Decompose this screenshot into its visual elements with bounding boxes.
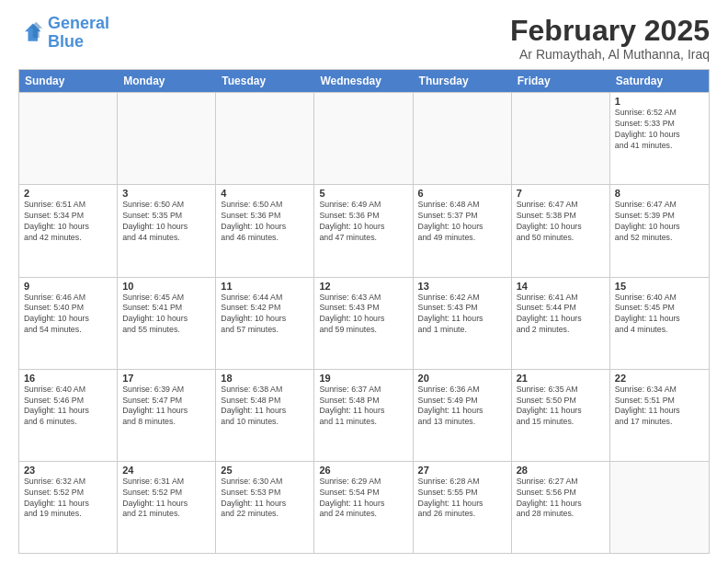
day-info: Sunrise: 6:52 AM Sunset: 5:33 PM Dayligh… [615,108,704,152]
day-info: Sunrise: 6:46 AM Sunset: 5:40 PM Dayligh… [24,293,112,337]
day-number: 11 [221,281,309,292]
header-cell-friday: Friday [512,70,610,92]
day-cell-18: 18Sunrise: 6:38 AM Sunset: 5:48 PM Dayli… [216,370,314,461]
day-cell-25: 25Sunrise: 6:30 AM Sunset: 5:53 PM Dayli… [216,462,314,553]
subtitle: Ar Rumaythah, Al Muthanna, Iraq [510,47,710,62]
calendar-row-4: 16Sunrise: 6:40 AM Sunset: 5:46 PM Dayli… [19,369,709,461]
day-cell-26: 26Sunrise: 6:29 AM Sunset: 5:54 PM Dayli… [314,462,413,553]
header-cell-monday: Monday [118,70,216,92]
day-cell-1: 1Sunrise: 6:52 AM Sunset: 5:33 PM Daylig… [610,93,709,184]
day-info: Sunrise: 6:43 AM Sunset: 5:43 PM Dayligh… [319,293,407,337]
day-info: Sunrise: 6:49 AM Sunset: 5:36 PM Dayligh… [319,200,407,244]
day-info: Sunrise: 6:50 AM Sunset: 5:35 PM Dayligh… [122,200,210,244]
day-number: 10 [122,281,210,292]
day-number: 18 [221,373,309,384]
day-cell-16: 16Sunrise: 6:40 AM Sunset: 5:46 PM Dayli… [19,370,118,461]
day-number: 22 [615,373,704,384]
day-info: Sunrise: 6:28 AM Sunset: 5:55 PM Dayligh… [418,477,506,521]
day-info: Sunrise: 6:35 AM Sunset: 5:50 PM Dayligh… [517,385,605,429]
day-number: 15 [615,281,704,292]
day-number: 23 [24,465,112,476]
day-info: Sunrise: 6:29 AM Sunset: 5:54 PM Dayligh… [319,477,407,521]
day-cell-3: 3Sunrise: 6:50 AM Sunset: 5:35 PM Daylig… [118,185,216,276]
day-number: 14 [517,281,605,292]
header-cell-saturday: Saturday [610,70,709,92]
logo: General Blue [18,15,109,52]
calendar-row-3: 9Sunrise: 6:46 AM Sunset: 5:40 PM Daylig… [19,277,709,369]
day-number: 19 [319,373,407,384]
header-cell-tuesday: Tuesday [216,70,314,92]
day-info: Sunrise: 6:40 AM Sunset: 5:46 PM Dayligh… [24,385,112,429]
day-info: Sunrise: 6:45 AM Sunset: 5:41 PM Dayligh… [122,293,210,337]
header: General Blue February 2025 Ar Rumaythah,… [18,15,710,62]
day-info: Sunrise: 6:48 AM Sunset: 5:37 PM Dayligh… [418,200,506,244]
day-cell-5: 5Sunrise: 6:49 AM Sunset: 5:36 PM Daylig… [314,185,413,276]
day-info: Sunrise: 6:47 AM Sunset: 5:38 PM Dayligh… [517,200,605,244]
calendar-row-5: 23Sunrise: 6:32 AM Sunset: 5:52 PM Dayli… [19,461,709,553]
day-number: 4 [221,188,309,199]
day-cell-15: 15Sunrise: 6:40 AM Sunset: 5:45 PM Dayli… [610,278,709,369]
day-cell-13: 13Sunrise: 6:42 AM Sunset: 5:43 PM Dayli… [414,278,512,369]
day-cell-4: 4Sunrise: 6:50 AM Sunset: 5:36 PM Daylig… [216,185,314,276]
day-cell-12: 12Sunrise: 6:43 AM Sunset: 5:43 PM Dayli… [314,278,413,369]
day-info: Sunrise: 6:37 AM Sunset: 5:48 PM Dayligh… [319,385,407,429]
day-number: 3 [122,188,210,199]
day-number: 6 [418,188,506,199]
day-cell-21: 21Sunrise: 6:35 AM Sunset: 5:50 PM Dayli… [512,370,610,461]
day-info: Sunrise: 6:44 AM Sunset: 5:42 PM Dayligh… [221,293,309,337]
main-title: February 2025 [510,15,710,47]
empty-cell [314,93,413,184]
logo-line1: General [48,14,109,32]
day-cell-22: 22Sunrise: 6:34 AM Sunset: 5:51 PM Dayli… [610,370,709,461]
day-info: Sunrise: 6:39 AM Sunset: 5:47 PM Dayligh… [122,385,210,429]
day-cell-6: 6Sunrise: 6:48 AM Sunset: 5:37 PM Daylig… [414,185,512,276]
day-info: Sunrise: 6:50 AM Sunset: 5:36 PM Dayligh… [221,200,309,244]
day-cell-8: 8Sunrise: 6:47 AM Sunset: 5:39 PM Daylig… [610,185,709,276]
day-cell-24: 24Sunrise: 6:31 AM Sunset: 5:52 PM Dayli… [118,462,216,553]
day-number: 2 [24,188,112,199]
day-cell-10: 10Sunrise: 6:45 AM Sunset: 5:41 PM Dayli… [118,278,216,369]
day-info: Sunrise: 6:51 AM Sunset: 5:34 PM Dayligh… [24,200,112,244]
day-cell-19: 19Sunrise: 6:37 AM Sunset: 5:48 PM Dayli… [314,370,413,461]
day-number: 28 [517,465,605,476]
day-number: 16 [24,373,112,384]
empty-cell [610,462,709,553]
day-info: Sunrise: 6:36 AM Sunset: 5:49 PM Dayligh… [418,385,506,429]
empty-cell [118,93,216,184]
day-info: Sunrise: 6:27 AM Sunset: 5:56 PM Dayligh… [517,477,605,521]
day-number: 17 [122,373,210,384]
header-cell-wednesday: Wednesday [314,70,413,92]
day-info: Sunrise: 6:47 AM Sunset: 5:39 PM Dayligh… [615,200,704,244]
day-info: Sunrise: 6:42 AM Sunset: 5:43 PM Dayligh… [418,293,506,337]
day-cell-9: 9Sunrise: 6:46 AM Sunset: 5:40 PM Daylig… [19,278,118,369]
day-number: 25 [221,465,309,476]
day-cell-17: 17Sunrise: 6:39 AM Sunset: 5:47 PM Dayli… [118,370,216,461]
header-cell-thursday: Thursday [414,70,512,92]
day-info: Sunrise: 6:34 AM Sunset: 5:51 PM Dayligh… [615,385,704,429]
day-number: 12 [319,281,407,292]
empty-cell [512,93,610,184]
calendar: SundayMondayTuesdayWednesdayThursdayFrid… [18,69,710,554]
day-number: 9 [24,281,112,292]
header-cell-sunday: Sunday [19,70,118,92]
day-number: 1 [615,96,704,107]
day-info: Sunrise: 6:38 AM Sunset: 5:48 PM Dayligh… [221,385,309,429]
calendar-row-2: 2Sunrise: 6:51 AM Sunset: 5:34 PM Daylig… [19,184,709,276]
logo-line2: Blue [48,32,84,51]
day-number: 13 [418,281,506,292]
logo-text: General Blue [48,15,109,52]
calendar-body: 1Sunrise: 6:52 AM Sunset: 5:33 PM Daylig… [19,92,709,553]
day-number: 5 [319,188,407,199]
day-cell-23: 23Sunrise: 6:32 AM Sunset: 5:52 PM Dayli… [19,462,118,553]
day-number: 8 [615,188,704,199]
calendar-row-1: 1Sunrise: 6:52 AM Sunset: 5:33 PM Daylig… [19,92,709,184]
day-info: Sunrise: 6:40 AM Sunset: 5:45 PM Dayligh… [615,293,704,337]
empty-cell [414,93,512,184]
day-number: 7 [517,188,605,199]
day-info: Sunrise: 6:32 AM Sunset: 5:52 PM Dayligh… [24,477,112,521]
day-info: Sunrise: 6:31 AM Sunset: 5:52 PM Dayligh… [122,477,210,521]
day-number: 21 [517,373,605,384]
day-cell-11: 11Sunrise: 6:44 AM Sunset: 5:42 PM Dayli… [216,278,314,369]
page: General Blue February 2025 Ar Rumaythah,… [0,0,728,563]
day-info: Sunrise: 6:30 AM Sunset: 5:53 PM Dayligh… [221,477,309,521]
